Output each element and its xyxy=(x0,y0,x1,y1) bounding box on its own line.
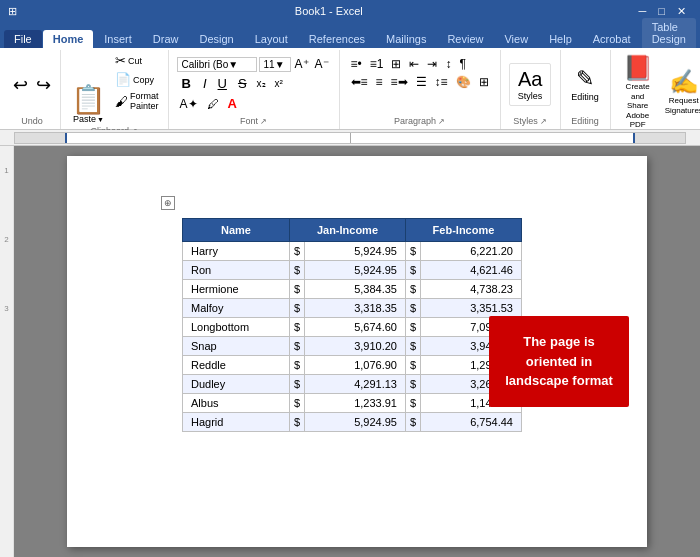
font-expand-icon[interactable]: ↗ xyxy=(260,117,267,126)
cell-name: Longbottom xyxy=(183,318,290,337)
tab-layout[interactable]: Layout xyxy=(245,30,298,48)
tab-insert[interactable]: Insert xyxy=(94,30,142,48)
increase-indent-button[interactable]: ⇥ xyxy=(424,56,440,72)
undo-button[interactable]: ↩ xyxy=(10,73,31,97)
cell-jan-val: 5,674.60 xyxy=(305,318,406,337)
text-highlight-button[interactable]: 🖊 xyxy=(204,96,222,112)
window-maximize[interactable]: □ xyxy=(652,5,671,17)
cell-jan-sign: $ xyxy=(289,261,304,280)
tab-references[interactable]: References xyxy=(299,30,375,48)
col-header-jan: Jan-Income xyxy=(289,219,405,242)
justify-button[interactable]: ☰ xyxy=(413,74,430,90)
ribbon-group-font: Calibri (Bo▼ 11▼ A⁺ A⁻ B I U S x₂ x² A✦ … xyxy=(169,50,340,129)
sort-button[interactable]: ↕ xyxy=(442,56,454,72)
underline-button[interactable]: U xyxy=(214,75,231,92)
table-move-handle[interactable]: ⊕ xyxy=(161,196,175,210)
format-painter-label: Format Painter xyxy=(130,91,159,111)
cell-feb-sign: $ xyxy=(405,337,420,356)
multilevel-list-button[interactable]: ⊞ xyxy=(388,56,404,72)
borders-button[interactable]: ⊞ xyxy=(476,74,492,90)
window-close[interactable]: ✕ xyxy=(671,5,692,18)
align-right-button[interactable]: ≡➡ xyxy=(388,74,411,90)
text-effects-button[interactable]: A✦ xyxy=(177,96,201,112)
line-spacing-button[interactable]: ↕≡ xyxy=(432,74,451,90)
cell-jan-val: 5,924.95 xyxy=(305,242,406,261)
ribbon-group-undo: ↩ ↪ Undo xyxy=(4,50,61,129)
table-row: Reddle $ 1,076.90 $ 1,292.28 xyxy=(183,356,522,375)
cell-feb-sign: $ xyxy=(405,242,420,261)
bullets-button[interactable]: ≡• xyxy=(348,56,365,72)
cell-jan-val: 1,076.90 xyxy=(305,356,406,375)
cell-name: Reddle xyxy=(183,356,290,375)
cell-jan-sign: $ xyxy=(289,242,304,261)
decrease-indent-button[interactable]: ⇤ xyxy=(406,56,422,72)
tab-table-design[interactable]: Table Design xyxy=(642,18,696,48)
show-formatting-button[interactable]: ¶ xyxy=(456,56,468,72)
tab-review[interactable]: Review xyxy=(437,30,493,48)
paragraph-expand-icon[interactable]: ↗ xyxy=(438,117,445,126)
left-sidebar: 1 2 3 xyxy=(0,146,14,557)
styles-icon: Aa xyxy=(518,68,543,91)
window-minimize[interactable]: ─ xyxy=(633,5,653,17)
ribbon-group-paragraph: ≡• ≡1 ⊞ ⇤ ⇥ ↕ ¶ ⬅≡ ≡ ≡➡ ☰ ↕≡ 🎨 ⊞ Paragra… xyxy=(340,50,501,129)
doc-area: 1 2 3 ⊕ Name Jan-Income Feb-Income Harry… xyxy=(0,146,700,557)
copy-label: Copy xyxy=(133,75,154,85)
styles-group-label: Styles ↗ xyxy=(513,116,547,129)
styles-button[interactable]: Aa Styles xyxy=(509,63,552,106)
document-page: ⊕ Name Jan-Income Feb-Income Harry $ 5,9… xyxy=(67,156,647,547)
cell-jan-val: 3,910.20 xyxy=(305,337,406,356)
font-family-selector[interactable]: Calibri (Bo▼ xyxy=(177,57,257,72)
tab-help[interactable]: Help xyxy=(539,30,582,48)
ruler-bar xyxy=(14,132,686,144)
tab-design[interactable]: Design xyxy=(189,30,243,48)
increase-font-button[interactable]: A⁺ xyxy=(293,56,311,72)
cell-feb-val: 6,221.20 xyxy=(421,242,522,261)
editing-group-label: Editing xyxy=(571,116,599,129)
editing-button[interactable]: ✎ Editing xyxy=(565,62,605,106)
tab-file[interactable]: File xyxy=(4,30,42,48)
tab-draw[interactable]: Draw xyxy=(143,30,189,48)
align-left-button[interactable]: ⬅≡ xyxy=(348,74,371,90)
cut-button[interactable]: ✂ Cut xyxy=(112,52,162,69)
format-painter-button[interactable]: 🖌 Format Painter xyxy=(112,90,162,112)
font-size-selector[interactable]: 11▼ xyxy=(259,57,291,72)
table-row: Harry $ 5,924.95 $ 6,221.20 xyxy=(183,242,522,261)
redo-button[interactable]: ↪ xyxy=(33,73,54,97)
cell-feb-sign: $ xyxy=(405,413,420,432)
request-signatures-button[interactable]: ✍ RequestSignatures xyxy=(661,66,700,117)
create-pdf-label: Create and ShareAdobe PDF xyxy=(623,82,653,130)
tab-mailings[interactable]: Mailings xyxy=(376,30,436,48)
italic-button[interactable]: I xyxy=(199,75,211,92)
editing-label: Editing xyxy=(571,92,599,102)
cell-name: Harry xyxy=(183,242,290,261)
cell-feb-val: 4,621.46 xyxy=(421,261,522,280)
request-signatures-label: RequestSignatures xyxy=(665,96,700,115)
copy-button[interactable]: 📄 Copy xyxy=(112,71,162,88)
strikethrough-button[interactable]: S xyxy=(234,75,251,92)
align-center-button[interactable]: ≡ xyxy=(373,74,386,90)
cell-feb-sign: $ xyxy=(405,375,420,394)
cell-feb-val: 3,351.53 xyxy=(421,299,522,318)
cell-jan-val: 1,233.91 xyxy=(305,394,406,413)
subscript-button[interactable]: x₂ xyxy=(254,77,269,90)
create-pdf-button[interactable]: 📕 Create and ShareAdobe PDF xyxy=(619,52,657,132)
cell-jan-sign: $ xyxy=(289,413,304,432)
tab-view[interactable]: View xyxy=(494,30,538,48)
numbering-button[interactable]: ≡1 xyxy=(367,56,387,72)
paste-dropdown-icon: ▼ xyxy=(97,116,104,123)
decrease-font-button[interactable]: A⁻ xyxy=(313,56,331,72)
font-color-button[interactable]: A xyxy=(225,95,240,112)
shading-button[interactable]: 🎨 xyxy=(453,74,474,90)
cell-jan-sign: $ xyxy=(289,375,304,394)
editing-icon: ✎ xyxy=(571,66,599,92)
cell-jan-sign: $ xyxy=(289,337,304,356)
paste-label: Paste xyxy=(73,114,96,124)
ribbon-group-editing: ✎ Editing Editing xyxy=(561,50,611,129)
tab-home[interactable]: Home xyxy=(43,30,94,48)
bold-button[interactable]: B xyxy=(177,74,196,93)
table-row: Longbottom $ 5,674.60 $ 7,093.25 xyxy=(183,318,522,337)
paste-button[interactable]: 📋 Paste ▼ xyxy=(67,84,110,126)
superscript-button[interactable]: x² xyxy=(272,77,286,90)
tab-acrobat[interactable]: Acrobat xyxy=(583,30,641,48)
styles-expand-icon[interactable]: ↗ xyxy=(540,117,547,126)
